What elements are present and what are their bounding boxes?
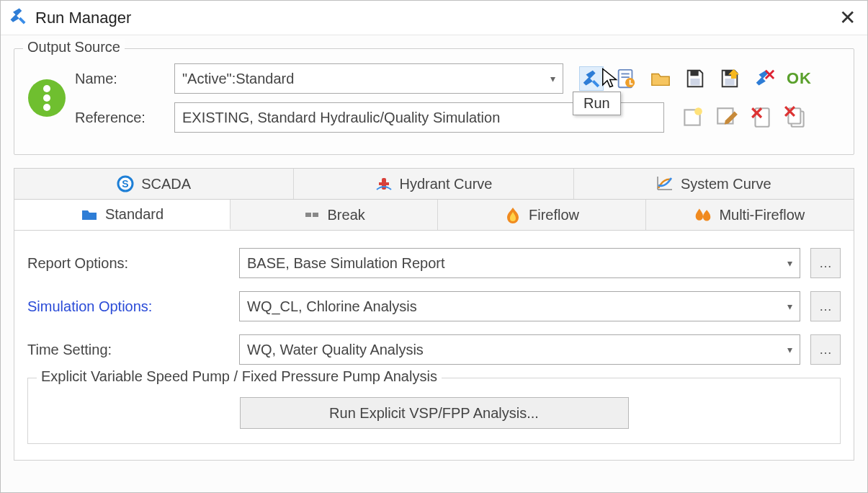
name-select[interactable]: "Active":Standard ▾	[174, 63, 563, 94]
time-setting-label: Time Setting:	[27, 342, 229, 358]
edit-icon[interactable]	[715, 105, 739, 130]
save-record-icon[interactable]	[717, 66, 742, 91]
svg-rect-8	[630, 80, 631, 84]
report-options-more-button[interactable]: …	[810, 248, 841, 278]
tabbar-row1: S SCADA Hydrant Curve System Curve	[14, 168, 854, 199]
svg-rect-10	[690, 71, 698, 76]
svg-rect-11	[690, 79, 699, 85]
tab-break[interactable]: Break	[231, 200, 438, 230]
run-vsp-fpp-button[interactable]: Run Explicit VSP/FPP Analysis...	[240, 397, 629, 429]
multi-fire-icon	[694, 206, 712, 223]
svg-point-2	[43, 94, 50, 102]
window-title: Run Manager	[35, 9, 131, 27]
folder-icon	[81, 205, 98, 223]
output-source-legend: Output Source	[23, 39, 125, 55]
report-options-label: Report Options:	[27, 255, 229, 272]
ok-indicator: OK	[787, 66, 812, 91]
delete-copy-icon[interactable]	[784, 105, 808, 130]
time-setting-select[interactable]: WQ, Water Quality Analysis ▾	[239, 334, 800, 365]
tab-fireflow[interactable]: Fireflow	[438, 200, 645, 230]
status-traffic-icon	[24, 76, 69, 120]
chevron-down-icon: ▾	[787, 344, 792, 355]
open-folder-icon[interactable]	[648, 66, 673, 91]
fire-icon	[504, 206, 522, 223]
svg-point-1	[43, 85, 50, 92]
run-manager-window: Run Manager ✕ Output Source Name: "	[0, 0, 868, 493]
delete-icon[interactable]	[749, 105, 774, 130]
tab-hydrant-curve[interactable]: Hydrant Curve	[294, 169, 573, 199]
app-icon	[8, 6, 28, 30]
time-setting-more-button[interactable]: …	[810, 334, 841, 365]
standard-tab-content: Report Options: BASE, Base Simulation Re…	[14, 231, 854, 461]
tabbar-row2: Standard Break Fireflow Multi-Fireflow	[14, 199, 854, 231]
tabs: S SCADA Hydrant Curve System Curve Stand…	[14, 168, 854, 461]
output-source-group: Output Source Name: "Active":Standard ▾	[14, 48, 854, 155]
reference-label: Reference:	[75, 110, 169, 126]
svg-rect-5	[621, 74, 629, 75]
name-label: Name:	[75, 71, 169, 87]
svg-rect-6	[621, 76, 629, 78]
save-icon[interactable]	[683, 66, 707, 91]
tab-system-curve[interactable]: System Curve	[574, 169, 854, 199]
svg-rect-9	[630, 84, 633, 85]
new-icon[interactable]	[680, 105, 704, 130]
chevron-down-icon: ▾	[787, 257, 792, 269]
close-icon[interactable]: ✕	[839, 8, 856, 28]
vsp-fpp-legend: Explicit Variable Speed Pump / Fixed Pre…	[37, 368, 442, 385]
simulation-options-more-button[interactable]: …	[810, 291, 841, 321]
hydrant-icon	[375, 175, 393, 192]
cursor-icon	[600, 67, 622, 89]
svg-rect-24	[305, 213, 311, 217]
run-tooltip: Run	[573, 92, 621, 115]
simulation-options-select[interactable]: WQ_CL, Chlorine Analysis ▾	[239, 291, 800, 321]
break-icon	[303, 206, 321, 223]
svg-point-3	[43, 104, 50, 111]
chevron-down-icon: ▾	[787, 301, 792, 312]
svg-rect-23	[379, 182, 389, 185]
svg-point-15	[694, 107, 702, 115]
svg-rect-13	[725, 79, 734, 85]
svg-rect-25	[313, 213, 318, 217]
scada-icon: S	[117, 175, 134, 192]
report-options-select[interactable]: BASE, Base Simulation Report ▾	[239, 248, 800, 278]
simulation-options-label[interactable]: Simulation Options:	[27, 298, 229, 315]
vsp-fpp-group: Explicit Variable Speed Pump / Fixed Pre…	[27, 378, 841, 444]
run-button[interactable]: Run	[579, 66, 604, 91]
name-select-value: "Active":Standard	[182, 71, 294, 87]
tab-standard[interactable]: Standard	[14, 200, 231, 230]
svg-text:S: S	[122, 178, 129, 190]
reset-icon[interactable]	[752, 66, 777, 91]
system-curve-icon	[656, 175, 674, 192]
tab-multi-fireflow[interactable]: Multi-Fireflow	[646, 200, 854, 230]
tab-scada[interactable]: S SCADA	[14, 169, 294, 199]
chevron-down-icon: ▾	[550, 73, 555, 84]
titlebar: Run Manager ✕	[1, 1, 867, 35]
